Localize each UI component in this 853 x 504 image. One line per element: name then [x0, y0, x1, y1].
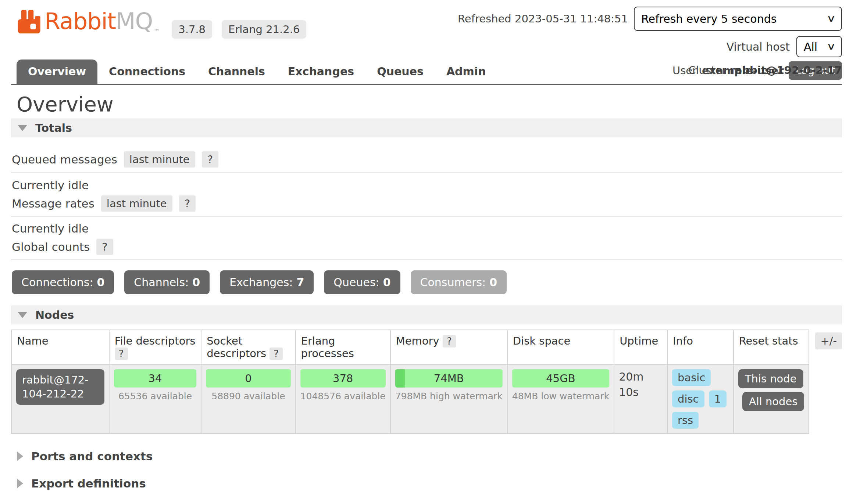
refresh-interval-select[interactable]: Refresh every 5 seconds [634, 7, 842, 31]
nodes-table-area: Name File descriptors ? Socket descripto… [11, 330, 842, 434]
version-badges: 3.7.8 Erlang 21.2.6 [172, 20, 306, 39]
info-cell: basic disc 1 rss [667, 364, 734, 433]
cluster-info: Cluster rabbit@192-0-2-17 [458, 64, 842, 76]
info-badge-rss[interactable]: rss [672, 412, 699, 429]
totals-heading: Totals [35, 122, 72, 134]
memory-used-segment [395, 369, 405, 388]
queued-help-icon[interactable]: ? [202, 151, 218, 168]
rates-help-icon[interactable]: ? [179, 195, 196, 212]
queues-count-button[interactable]: Queues:0 [324, 270, 400, 294]
totals-section-header[interactable]: Totals [11, 118, 842, 137]
socket-descriptors-bar: 0 [206, 369, 290, 388]
export-definitions-section[interactable]: Export definitions [11, 476, 842, 491]
refresh-interval-select-wrap: Refresh every 5 seconds [634, 7, 842, 31]
disk-space-watermark: 48MB low watermark [512, 391, 609, 402]
virtual-host-select[interactable]: All [796, 36, 842, 57]
global-counts-row: Global counts ? [11, 239, 842, 260]
file-descriptors-cell: 34 65536 available [109, 364, 201, 433]
rabbitmq-rabbit-icon [17, 9, 42, 36]
nav-tabs: Overview Connections Channels Exchanges … [17, 60, 497, 84]
col-header-info[interactable]: Info [667, 330, 734, 364]
disk-space-cell: 45GB 48MB low watermark [507, 364, 614, 433]
info-badge-1[interactable]: 1 [709, 390, 727, 407]
memory-bar: 74MB [395, 369, 503, 388]
node-name-badge[interactable]: rabbit@172-104-212-22 [16, 369, 104, 405]
node-name-cell: rabbit@172-104-212-22 [11, 364, 109, 433]
reset-this-node-button[interactable]: This node [738, 369, 803, 388]
triangle-down-icon [18, 125, 27, 131]
nodes-heading: Nodes [35, 309, 74, 321]
virtual-host-label: Virtual host [727, 40, 790, 53]
cluster-label: Cluster [688, 64, 726, 76]
message-rates-label: Message rates [12, 197, 94, 210]
rates-window-badge[interactable]: last minute [101, 195, 172, 212]
tab-queues[interactable]: Queues [365, 60, 435, 84]
erlang-processes-cell: 378 1048576 available [296, 364, 390, 433]
memory-watermark: 798MB high watermark [395, 391, 503, 402]
file-descriptors-bar: 34 [114, 369, 196, 388]
col-header-file-descriptors[interactable]: File descriptors ? [109, 330, 201, 364]
global-count-buttons: Connections:0 Channels:0 Exchanges:7 Que… [11, 270, 842, 294]
tab-exchanges[interactable]: Exchanges [276, 60, 365, 84]
nodes-table: Name File descriptors ? Socket descripto… [11, 330, 809, 434]
disk-space-bar: 45GB [512, 369, 609, 388]
queued-messages-label: Queued messages [12, 153, 117, 166]
global-counts-help-icon[interactable]: ? [96, 239, 113, 255]
memory-help-icon[interactable]: ? [443, 335, 456, 348]
consumers-count-button[interactable]: Consumers:0 [411, 270, 507, 294]
file-descriptors-available: 65536 available [114, 391, 196, 402]
uptime-cell: 20m 10s [614, 364, 667, 433]
info-badge-disc[interactable]: disc [672, 390, 704, 407]
col-header-reset-stats[interactable]: Reset stats [734, 330, 809, 364]
rabbitmq-overview-page: Refreshed 2023-05-31 11:48:51 Refresh ev… [0, 0, 853, 504]
rabbitmq-wordmark: RabbitMQ™ [44, 9, 159, 43]
socket-descriptors-available: 58890 available [206, 391, 290, 402]
tab-connections[interactable]: Connections [97, 60, 197, 84]
tab-channels[interactable]: Channels [197, 60, 276, 84]
col-header-socket-descriptors[interactable]: Socket descriptors ? [201, 330, 295, 364]
triangle-right-icon [17, 451, 23, 461]
col-header-memory[interactable]: Memory ? [390, 330, 507, 364]
virtual-host-select-wrap: All [796, 36, 842, 57]
ports-and-contexts-section[interactable]: Ports and contexts [11, 449, 842, 464]
col-header-disk-space[interactable]: Disk space [507, 330, 614, 364]
nodes-header-row: Name File descriptors ? Socket descripto… [11, 330, 809, 364]
queued-messages-row: Queued messages last minute ? [11, 151, 842, 173]
channels-count-button[interactable]: Channels:0 [124, 270, 210, 294]
erlang-processes-bar: 378 [300, 369, 386, 388]
col-header-erlang-processes[interactable]: Erlang processes [296, 330, 390, 364]
nodes-section-header[interactable]: Nodes [11, 305, 842, 324]
columns-plus-minus-button[interactable]: +/- [815, 332, 842, 349]
reset-stats-cell: This node All nodes [734, 364, 809, 433]
file-descriptors-help-icon[interactable]: ? [115, 348, 128, 360]
erlang-version-badge: Erlang 21.2.6 [222, 20, 306, 39]
rabbitmq-version-badge: 3.7.8 [172, 20, 212, 39]
reset-all-nodes-button[interactable]: All nodes [742, 392, 804, 411]
memory-cell: 74MB 798MB high watermark [390, 364, 507, 433]
header-controls: Refreshed 2023-05-31 11:48:51 Refresh ev… [458, 7, 842, 76]
trademark-symbol: ™ [153, 28, 159, 35]
erlang-processes-available: 1048576 available [300, 391, 386, 402]
rates-idle-status: Currently idle [11, 222, 842, 235]
col-header-uptime[interactable]: Uptime [614, 330, 667, 364]
queued-window-badge[interactable]: last minute [124, 151, 195, 168]
global-counts-label: Global counts [12, 240, 90, 253]
triangle-down-icon [18, 312, 27, 318]
node-row: rabbit@172-104-212-22 34 65536 available… [11, 364, 809, 433]
connections-count-button[interactable]: Connections:0 [12, 270, 114, 294]
message-rates-row: Message rates last minute ? [11, 195, 842, 217]
exchanges-count-button[interactable]: Exchanges:7 [220, 270, 314, 294]
page-title: Overview [17, 93, 842, 115]
socket-descriptors-help-icon[interactable]: ? [270, 348, 283, 360]
tab-overview[interactable]: Overview [17, 60, 97, 84]
triangle-right-icon [17, 479, 23, 488]
socket-descriptors-cell: 0 58890 available [201, 364, 295, 433]
refreshed-timestamp: Refreshed 2023-05-31 11:48:51 [458, 12, 628, 25]
queued-idle-status: Currently idle [11, 179, 842, 192]
info-badge-basic[interactable]: basic [672, 369, 711, 386]
cluster-name: rabbit@192-0-2-17 [729, 64, 842, 76]
col-header-name[interactable]: Name [11, 330, 109, 364]
rabbitmq-logo[interactable]: RabbitMQ™ [17, 9, 159, 43]
uptime-value: 20m 10s [619, 369, 652, 400]
